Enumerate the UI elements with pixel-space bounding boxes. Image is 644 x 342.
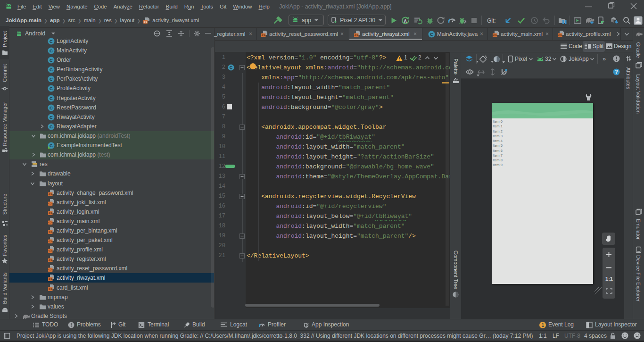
svg-text:C: C xyxy=(50,76,53,82)
svg-text:C: C xyxy=(50,115,53,120)
svg-text:C: C xyxy=(50,143,53,148)
svg-text:<>: <> xyxy=(48,259,53,262)
svg-text:<>: <> xyxy=(48,268,53,272)
svg-text:C: C xyxy=(50,39,53,44)
svg-text:C: C xyxy=(50,67,53,72)
svg-text:<>: <> xyxy=(48,221,53,225)
svg-text:C: C xyxy=(430,32,433,37)
svg-text:C: C xyxy=(50,96,53,101)
svg-text:<>: <> xyxy=(493,33,497,37)
svg-text:<>: <> xyxy=(48,230,53,234)
svg-text:<>: <> xyxy=(48,192,53,196)
svg-text:C: C xyxy=(230,65,233,70)
svg-text:C: C xyxy=(50,58,53,63)
svg-text:<>: <> xyxy=(261,33,266,37)
svg-text:<>: <> xyxy=(48,287,53,291)
svg-text:<>: <> xyxy=(48,249,53,253)
svg-text:<>: <> xyxy=(48,202,53,206)
svg-text:C: C xyxy=(50,48,53,53)
svg-text:A: A xyxy=(404,19,407,24)
svg-text:<>: <> xyxy=(48,240,53,243)
svg-text:C: C xyxy=(50,124,53,129)
svg-text:<>: <> xyxy=(143,20,148,24)
svg-text:C: C xyxy=(50,105,53,110)
svg-text:C: C xyxy=(50,86,53,91)
svg-text:<>: <> xyxy=(48,277,53,281)
svg-text:<>: <> xyxy=(354,33,359,37)
svg-text:?: ? xyxy=(615,69,618,75)
svg-text:<>: <> xyxy=(558,33,562,37)
svg-text:<>: <> xyxy=(48,211,53,215)
